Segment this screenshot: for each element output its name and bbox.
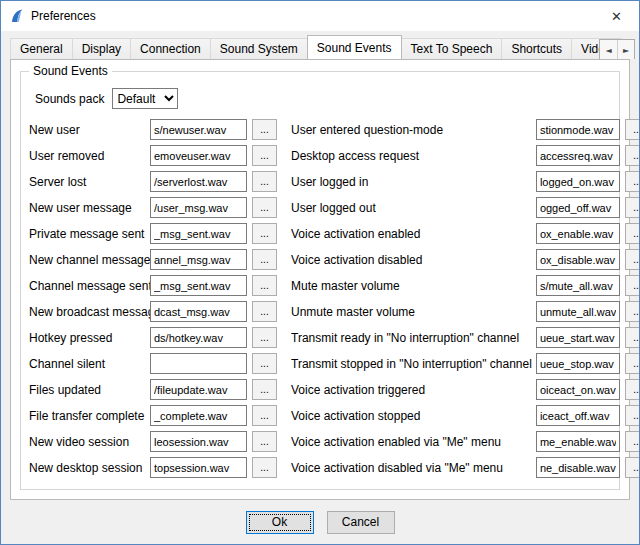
browse-button[interactable]: ... — [625, 327, 640, 348]
sound-file-input[interactable] — [536, 379, 620, 400]
groupbox-title: Sound Events — [29, 64, 112, 78]
sound-event-label: Voice activation disabled via "Me" menu — [291, 461, 536, 475]
tab-shortcuts[interactable]: Shortcuts — [501, 38, 572, 59]
browse-button[interactable]: ... — [625, 171, 640, 192]
sound-file-input[interactable] — [150, 145, 247, 166]
sound-event-label: Channel message sent — [29, 279, 150, 293]
browse-button[interactable]: ... — [625, 405, 640, 426]
close-icon[interactable]: ✕ — [594, 1, 639, 31]
browse-button[interactable]: ... — [625, 249, 640, 270]
sound-file-input[interactable] — [150, 275, 247, 296]
sound-file-input[interactable] — [150, 431, 247, 452]
sound-file-input[interactable] — [150, 457, 247, 478]
sound-event-label: New video session — [29, 435, 150, 449]
tab-scroll-control: ◄ ► — [599, 39, 635, 59]
sound-file-input[interactable] — [536, 457, 620, 478]
browse-button[interactable]: ... — [252, 327, 277, 348]
cancel-button[interactable]: Cancel — [327, 511, 395, 534]
browse-button[interactable]: ... — [625, 223, 640, 244]
browse-button[interactable]: ... — [625, 119, 640, 140]
sound-event-row: User entered question-mode... — [291, 119, 640, 140]
sound-file-input[interactable] — [536, 249, 620, 270]
tab-sound-system[interactable]: Sound System — [210, 38, 308, 59]
sound-event-row: User logged in... — [291, 171, 640, 192]
sound-event-label: Private message sent — [29, 227, 150, 241]
sound-file-input[interactable] — [536, 275, 620, 296]
browse-button[interactable]: ... — [252, 249, 277, 270]
sound-event-label: User removed — [29, 149, 150, 163]
browse-button[interactable]: ... — [252, 353, 277, 374]
sound-event-row: Server lost... — [29, 171, 277, 192]
browse-button[interactable]: ... — [625, 431, 640, 452]
sound-file-input[interactable] — [536, 197, 620, 218]
browse-button[interactable]: ... — [625, 197, 640, 218]
sound-event-label: New desktop session — [29, 461, 150, 475]
sound-file-input[interactable] — [536, 431, 620, 452]
browse-button[interactable]: ... — [625, 301, 640, 322]
sound-file-input[interactable] — [536, 223, 620, 244]
tab-display[interactable]: Display — [72, 38, 131, 59]
sound-event-label: New user — [29, 123, 150, 137]
sound-file-input[interactable] — [150, 171, 247, 192]
sound-file-input[interactable] — [150, 301, 247, 322]
tab-general[interactable]: General — [10, 38, 73, 59]
browse-button[interactable]: ... — [252, 145, 277, 166]
sound-file-input[interactable] — [536, 353, 620, 374]
sound-event-label: Unmute master volume — [291, 305, 536, 319]
sound-file-input[interactable] — [150, 327, 247, 348]
sound-event-label: User logged in — [291, 175, 536, 189]
sound-event-label: New channel message — [29, 253, 150, 267]
sound-file-input[interactable] — [536, 327, 620, 348]
sound-file-input[interactable] — [150, 119, 247, 140]
sound-events-right-column: User entered question-mode...Desktop acc… — [291, 119, 640, 483]
sound-file-input[interactable] — [536, 405, 620, 426]
sounds-pack-label: Sounds pack — [35, 92, 104, 106]
sound-event-row: Voice activation disabled via "Me" menu.… — [291, 457, 640, 478]
browse-button[interactable]: ... — [252, 197, 277, 218]
browse-button[interactable]: ... — [252, 223, 277, 244]
tab-sound-events[interactable]: Sound Events — [307, 35, 402, 59]
ok-button[interactable]: Ok — [246, 511, 314, 534]
sound-event-row: Channel silent... — [29, 353, 277, 374]
sound-file-input[interactable] — [536, 301, 620, 322]
sound-event-row: Files updated... — [29, 379, 277, 400]
browse-button[interactable]: ... — [252, 275, 277, 296]
tab-connection[interactable]: Connection — [130, 38, 211, 59]
sound-event-columns: New user...User removed...Server lost...… — [29, 119, 611, 483]
sound-event-label: New broadcast message — [29, 305, 150, 319]
sound-file-input[interactable] — [150, 223, 247, 244]
browse-button[interactable]: ... — [625, 145, 640, 166]
sound-file-input[interactable] — [536, 171, 620, 192]
tab-scroll-left-icon[interactable]: ◄ — [600, 40, 617, 59]
browse-button[interactable]: ... — [252, 379, 277, 400]
sound-file-input[interactable] — [150, 379, 247, 400]
browse-button[interactable]: ... — [625, 457, 640, 478]
browse-button[interactable]: ... — [625, 379, 640, 400]
browse-button[interactable]: ... — [252, 457, 277, 478]
browse-button[interactable]: ... — [625, 275, 640, 296]
sound-event-label: Voice activation enabled — [291, 227, 536, 241]
sound-event-label: New user message — [29, 201, 150, 215]
browse-button[interactable]: ... — [252, 171, 277, 192]
browse-button[interactable]: ... — [252, 301, 277, 322]
sound-event-row: New user... — [29, 119, 277, 140]
sound-event-label: Channel silent — [29, 357, 150, 371]
browse-button[interactable]: ... — [252, 405, 277, 426]
sounds-pack-select[interactable]: Default — [112, 88, 178, 109]
sound-event-label: Voice activation stopped — [291, 409, 536, 423]
tab-scroll-right-icon[interactable]: ► — [617, 40, 634, 59]
sound-file-input[interactable] — [536, 119, 620, 140]
sound-file-input[interactable] — [150, 249, 247, 270]
sound-file-input[interactable] — [150, 405, 247, 426]
sound-file-input[interactable] — [150, 353, 247, 374]
sound-event-label: Voice activation disabled — [291, 253, 536, 267]
sound-file-input[interactable] — [150, 197, 247, 218]
sound-file-input[interactable] — [536, 145, 620, 166]
tab-text-to-speech[interactable]: Text To Speech — [401, 38, 503, 59]
browse-button[interactable]: ... — [252, 119, 277, 140]
browse-button[interactable]: ... — [625, 353, 640, 374]
sound-event-row: File transfer complete... — [29, 405, 277, 426]
sound-event-row: Voice activation enabled... — [291, 223, 640, 244]
browse-button[interactable]: ... — [252, 431, 277, 452]
sound-event-row: User logged out... — [291, 197, 640, 218]
